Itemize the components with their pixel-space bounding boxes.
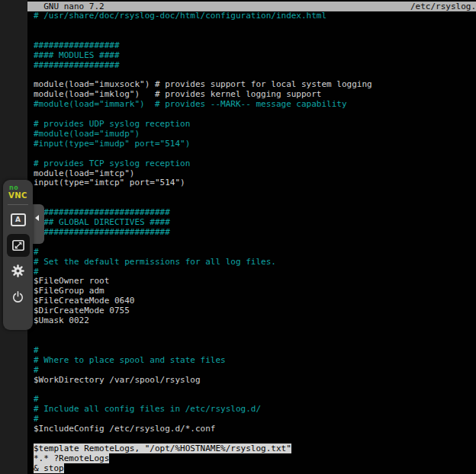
editor-line: ########################### [34,228,476,238]
fullscreen-icon [11,238,26,253]
editor-line [34,385,476,395]
keyboard-a-icon: A [11,213,26,226]
editor-line: # [34,248,476,258]
editor-line: $Umask 0022 [34,316,476,326]
editor-line: $IncludeConfig /etc/rsyslog.d/*.conf [34,424,476,434]
terminal-window[interactable]: GNU nano 7.2 /etc/rsyslog. # /usr/share/… [27,0,476,474]
nano-editor-buffer[interactable]: # /usr/share/doc/rsyslog-doc/html/config… [34,11,476,474]
settings-button[interactable] [7,259,30,282]
editor-line [34,238,476,248]
panel-divider [8,204,28,205]
editor-line: input(type="imtcp" port="514") [34,178,476,188]
editor-line [34,149,476,159]
editor-line: #module(load="immark") # provides --MARK… [34,100,476,110]
nano-version-label: GNU nano 7.2 [27,2,105,11]
editor-line: #module(load="imudp") [34,130,476,139]
editor-line: # /usr/share/doc/rsyslog-doc/html/config… [34,11,476,21]
editor-line: *.* ?RemoteLogs [34,454,476,464]
editor-line: ################# [34,61,476,71]
selected-text: $template RemoteLogs, "/opt/%HOSTNAME%/r… [34,444,291,453]
editor-line: $template RemoteLogs, "/opt/%HOSTNAME%/r… [34,444,476,454]
editor-line: $DirCreateMode 0755 [34,306,476,316]
editor-line: # Set the default permissions for all lo… [34,258,476,267]
editor-line: #### MODULES #### [34,51,476,61]
novnc-logo: no VNC [8,185,27,200]
editor-line: # provides UDP syslog reception [34,120,476,130]
editor-line [34,434,476,444]
gear-icon [10,263,26,279]
editor-line: # Where to place spool and state files [34,356,476,366]
selected-text: & stop [34,463,64,473]
editor-line: # [34,366,476,376]
nano-filename-label: /etc/rsyslog. [410,2,476,11]
editor-line: # [34,346,476,356]
editor-line [34,21,476,31]
keyboard-a-label: A [15,216,21,223]
editor-line: $WorkDirectory /var/spool/rsyslog [34,376,476,386]
editor-line: # Include all config files in /etc/rsysl… [34,405,476,415]
editor-line: #input(type="imudp" port="514") [34,139,476,149]
collapse-arrow-icon [35,215,39,221]
novnc-logo-no: no [9,185,27,191]
fullscreen-button[interactable] [7,234,30,257]
editor-line: #### GLOBAL DIRECTIVES #### [34,218,476,228]
nano-titlebar: GNU nano 7.2 /etc/rsyslog. [27,2,476,11]
power-button[interactable] [7,285,30,308]
editor-line: & stop [34,464,476,474]
editor-line [34,336,476,346]
novnc-logo-vnc: VNC [8,192,27,200]
editor-line: ################# [34,41,476,51]
selected-text: *.* ?RemoteLogs [34,453,109,463]
vnc-session-screen: GNU nano 7.2 /etc/rsyslog. # /usr/share/… [0,0,476,474]
editor-line [34,188,476,198]
keyboard-button[interactable]: A [7,208,30,231]
editor-line: # provides TCP syslog reception [34,159,476,169]
novnc-control-panel: no VNC A [3,180,33,330]
editor-line [34,326,476,336]
power-icon [11,290,25,304]
editor-line [34,31,476,41]
